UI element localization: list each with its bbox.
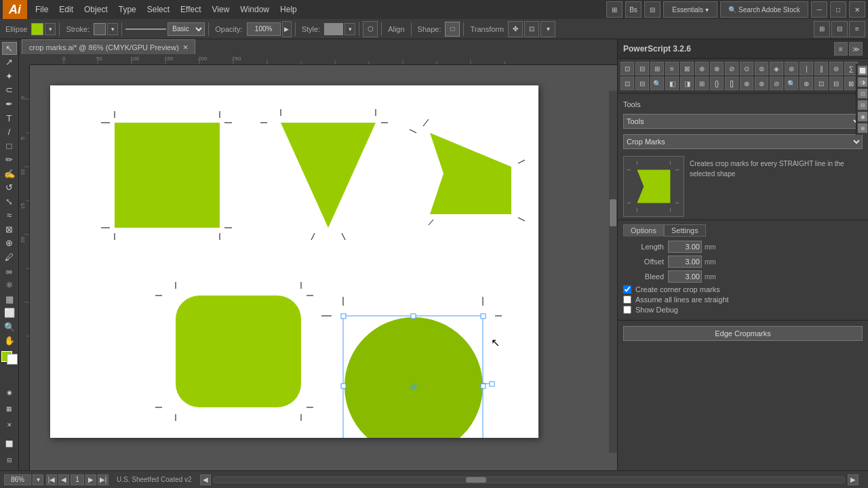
pt-icon-27[interactable]: ⊘ (770, 77, 783, 90)
menu-help[interactable]: Help (275, 0, 302, 19)
pt-icon-14[interactable]: ∥ (814, 62, 828, 75)
pt-icon-10[interactable]: ⊚ (755, 62, 768, 75)
maximize-btn[interactable]: □ (830, 1, 846, 18)
pt-icon-17[interactable]: ⊡ (620, 77, 634, 90)
pt-icon-24[interactable]: [] (725, 77, 738, 90)
menu-view[interactable]: View (207, 0, 235, 19)
fill-swatch[interactable] (31, 23, 43, 35)
magic-wand-tool[interactable]: ✦ (2, 70, 17, 83)
type-tool[interactable]: T (2, 112, 17, 125)
gradient-btn[interactable]: ▦ (2, 401, 17, 416)
shape-builder-tool[interactable]: ⊕ (2, 237, 17, 250)
hand-tool[interactable]: ✋ (2, 334, 17, 347)
opacity-input[interactable] (247, 22, 281, 36)
close-btn[interactable]: ✕ (849, 1, 865, 18)
menu-select[interactable]: Select (142, 0, 175, 19)
fill-options[interactable]: ▾ (45, 23, 56, 35)
pt-icon-12[interactable]: ⊛ (785, 62, 798, 75)
graph-tool[interactable]: ▦ (2, 293, 17, 306)
select-tool[interactable]: ↖ (2, 42, 17, 55)
pt-icon-2[interactable]: ⊟ (635, 62, 649, 75)
stroke-profile-select[interactable]: Basic (167, 22, 205, 36)
document-tab[interactable]: crop marks.ai* @ 86% (CMYK/GPU Preview) … (22, 39, 195, 54)
style-swatch[interactable] (324, 23, 343, 35)
pt-icon-3[interactable]: ⊞ (650, 62, 664, 75)
opacity-more[interactable]: ▶ (282, 21, 292, 37)
pt-icon-19[interactable]: 🔍 (650, 77, 664, 90)
offset-input[interactable] (668, 256, 702, 268)
checkbox-debug-input[interactable] (623, 306, 631, 314)
search-stock[interactable]: 🔍 Search Adobe Stock (720, 1, 808, 18)
checkbox-corner-crop-input[interactable] (623, 285, 631, 293)
rsi-4[interactable]: ⊟ (858, 100, 867, 110)
rsi-3[interactable]: ⊡ (858, 89, 867, 98)
pt-icon-20[interactable]: ◧ (665, 77, 679, 90)
line-tool[interactable]: / (2, 125, 17, 138)
bridge-icon[interactable]: Bs (625, 1, 642, 18)
transform-btn-label[interactable]: Transform (467, 25, 507, 33)
pen-tool[interactable]: ✒ (2, 98, 17, 110)
pt-icon-1[interactable]: ⊡ (620, 62, 634, 75)
rect-tool[interactable]: □ (2, 140, 17, 152)
length-input[interactable] (668, 241, 702, 253)
tab-options[interactable]: Options (623, 224, 664, 237)
color-mode-btn[interactable]: ◉ (2, 385, 17, 400)
scroll-left-btn[interactable]: ◀ (200, 474, 211, 485)
none-btn[interactable]: ✕ (2, 418, 17, 432)
pt-icon-25[interactable]: ⊕ (740, 77, 753, 90)
pt-icon-9[interactable]: ⊙ (740, 62, 753, 75)
pt-icon-13[interactable]: ∣ (800, 62, 813, 75)
transform-icon2[interactable]: ⊡ (524, 21, 539, 37)
pt-icon-18[interactable]: ⊟ (635, 77, 649, 90)
crop-marks-dropdown[interactable]: Crop Marks (623, 134, 863, 149)
tools-dropdown[interactable]: Tools (623, 114, 863, 129)
menu-window[interactable]: Window (235, 0, 275, 19)
menu-type[interactable]: Type (113, 0, 142, 19)
tab-settings[interactable]: Settings (664, 224, 706, 237)
style-options[interactable]: ▾ (344, 23, 355, 35)
prev-page-btn[interactable]: ◀ (58, 474, 69, 485)
background-swatch[interactable] (7, 354, 18, 365)
last-page-btn[interactable]: ▶| (98, 474, 108, 485)
scrollbar-v-thumb[interactable] (610, 199, 616, 226)
next-page-btn[interactable]: ▶ (85, 474, 96, 485)
page-input[interactable] (71, 474, 84, 485)
pt-icon-8[interactable]: ⊘ (725, 62, 738, 75)
pt-icon-11[interactable]: ◈ (770, 62, 783, 75)
vertical-scrollbar[interactable] (609, 91, 617, 453)
pt-icon-6[interactable]: ⊕ (695, 62, 709, 75)
rsi-5[interactable]: ◉ (858, 112, 867, 121)
pt-icon-21[interactable]: ◨ (680, 77, 694, 90)
edge-cropmarks-button[interactable]: Edge Cropmarks (623, 326, 863, 341)
lasso-tool[interactable]: ⊂ (2, 84, 17, 97)
scale-tool[interactable]: ⤡ (2, 195, 17, 208)
zoom-dropdown[interactable]: ▾ (33, 474, 43, 485)
direct-select-tool[interactable]: ↗ (2, 56, 17, 69)
first-page-btn[interactable]: |◀ (46, 474, 57, 485)
pt-icon-29[interactable]: ⊕ (800, 77, 813, 90)
pt-icon-31[interactable]: ⊟ (829, 77, 843, 90)
blend-tool[interactable]: ∞ (2, 265, 17, 278)
checkbox-straight-input[interactable] (623, 296, 631, 304)
panel-expand-btn[interactable]: ≫ (849, 42, 863, 56)
recolor-icon[interactable]: ⬡ (363, 21, 378, 37)
arrange-icon[interactable]: ⊞ (606, 1, 623, 18)
scroll-right-btn[interactable]: ▶ (848, 474, 859, 485)
zoom-tool[interactable]: 🔍 (2, 321, 17, 333)
eyedropper-tool[interactable]: 🖊 (2, 251, 17, 264)
pt-icon-30[interactable]: ⊡ (814, 77, 828, 90)
rsi-6[interactable]: ⊕ (858, 123, 867, 133)
symbol-tool[interactable]: ⚛ (2, 279, 17, 291)
scrollbar-h-thumb[interactable] (466, 477, 486, 483)
bleed-input[interactable] (668, 270, 702, 283)
free-transform-tool[interactable]: ⊠ (2, 223, 17, 236)
pt-icon-23[interactable]: {} (710, 77, 724, 90)
horizontal-scrollbar[interactable] (214, 476, 845, 483)
rsi-1[interactable]: ⬜ (858, 66, 867, 75)
transform-icon3[interactable]: ▾ (540, 21, 555, 37)
artboard-tool[interactable]: ⬜ (2, 306, 17, 319)
workspace-switcher[interactable]: ⊟ (644, 1, 660, 18)
align-label[interactable]: Align (385, 25, 407, 33)
essentials-dropdown[interactable]: Essentials ▾ (663, 1, 717, 18)
view-mode-btn[interactable]: ⊟ (2, 453, 17, 468)
